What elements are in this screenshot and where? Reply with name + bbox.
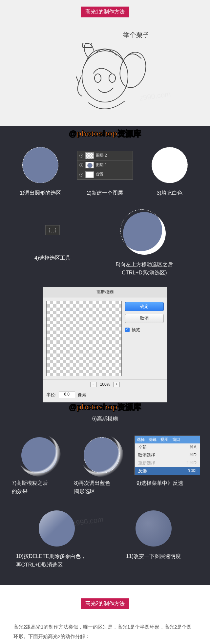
dialog-preview [46,301,122,376]
svg-point-2 [94,74,101,82]
layer-thumb [85,152,94,159]
svg-point-4 [116,49,148,91]
layers-panel[interactable]: 图层 2 图层 1 背景 [77,151,133,180]
layer-label: 图层 2 [96,153,107,158]
blurred-circle [21,437,57,473]
visibility-icon[interactable] [79,163,83,167]
caption-4: 4)选择选区工具 [23,254,82,262]
opacity-circle [136,510,172,547]
dialog-title: 高斯模糊 [43,287,167,297]
caption-8: 8)再次调出蓝色圆形选区 [72,479,131,496]
step-9: 选择 滤镜 视图 窗口 全部⌘A 取消选择⌘D 重新选择⇧⌘D 反选⇧⌘I 9)… [135,436,200,496]
section-2: 高光2的制作方法 高光2跟高光1的制作方法类似，唯一的区别是，高光1是个半圆环形… [0,585,210,644]
zoom-value: 100% [100,382,110,387]
cancel-button[interactable]: 取消 [125,314,164,323]
result-circle [39,510,75,547]
layer-row-1[interactable]: 图层 1 [77,161,133,170]
menu-item-deselect[interactable]: 取消选择⌘D [135,451,200,459]
sketch-text: 举个栗子! [123,31,148,38]
radius-label: 半径: [46,392,56,398]
menu-item-all[interactable]: 全部⌘A [135,443,200,451]
moved-selection [123,212,166,255]
title-badge-1: 高光1的制作方法 [81,7,130,17]
tutorial-dark-section: @photoshop资源库 1)调出圆形的选区 图层 2 [0,126,210,585]
blue-circle-selection [22,147,58,183]
caption-5: 5)向左上方移动选区之后 CTRL+D(取消选区) [102,260,187,277]
preview-checkbox[interactable]: 预览 [125,327,164,333]
caption-3: 3)填充白色 [139,189,200,197]
step-3: 3)填充白色 [139,145,200,197]
visibility-icon[interactable] [79,173,83,177]
step-7: 7)高斯模糊之后的效果 [10,436,69,496]
checkbox-icon[interactable] [125,328,130,332]
caption-6: 6)高斯模糊 [10,416,200,422]
layer-row-2[interactable]: 图层 2 [77,151,133,161]
step-10: 10)按DELETE删除多余白色，再CTRL+D取消选区 [14,509,99,569]
visibility-icon[interactable] [79,154,83,158]
blurred-circle-selection [84,437,120,473]
step-11: 11)改变一下图层透明度 [111,509,196,569]
white-filled-circle [152,147,188,183]
caption-7: 7)高斯模糊之后的效果 [10,479,69,496]
step-4: 4)选择选区工具 [23,210,82,277]
row-steps-10-11: 10)按DELETE删除多余白色，再CTRL+D取消选区 11)改变一下图层透明… [10,509,200,569]
step-8: 8)再次调出蓝色圆形选区 [72,436,131,496]
radius-unit: 像素 [78,392,86,398]
menu-item-reselect: 重新选择⇧⌘D [135,459,200,467]
ok-button[interactable]: 确定 [125,302,164,311]
watermark-top: @photoshop资源库 [10,128,200,139]
menu-item-inverse[interactable]: 反选⇧⌘I [135,467,200,475]
section-2-paragraph: 高光2跟高光1的制作方法类似，唯一的区别是，高光1是个半圆环形，高光2是个圆环形… [11,622,199,641]
row-steps-7-9: z990.com 7)高斯模糊之后的效果 8)再次调出蓝色圆形选区 选择 [10,436,200,496]
menu-header: 选择 滤镜 视图 窗口 [135,436,200,443]
caption-1: 1)调出圆形的选区 [10,189,71,197]
svg-point-3 [109,74,116,82]
gaussian-blur-dialog[interactable]: 高斯模糊 确定 取消 预览 − 100% + 半径: 6.0 [43,287,167,402]
step-5: 5)向左上方移动选区之后 CTRL+D(取消选区) [102,210,187,277]
select-menu[interactable]: 选择 滤镜 视图 窗口 全部⌘A 取消选择⌘D 重新选择⇧⌘D 反选⇧⌘I [135,436,200,475]
layer-thumb [85,171,94,178]
svg-point-0 [82,51,128,102]
caption-10: 10)按DELETE删除多余白色，再CTRL+D取消选区 [14,552,99,569]
radius-input[interactable]: 6.0 [59,392,75,398]
zoom-in-button[interactable]: + [113,382,120,387]
step-2: 图层 2 图层 1 背景 2)新建一个 [74,145,136,197]
layer-thumb [85,162,94,168]
caption-11: 11)改变一下图层透明度 [111,552,196,561]
marquee-tool-icon[interactable] [45,225,60,235]
layer-label: 图层 1 [96,162,107,168]
zoom-out-button[interactable]: − [90,382,97,387]
preview-label: 预览 [132,327,140,333]
row-steps-4-5: z990.com 4)选择选区工具 5)向左上方移动选区之后 CTRL+D(取消… [10,210,200,277]
layer-row-bg[interactable]: 背景 [77,170,133,180]
sketch-illustration: 举个栗子! [62,27,148,116]
caption-2: 2)新建一个图层 [74,189,136,197]
row-steps-1-3: 1)调出圆形的选区 图层 2 图层 1 [10,145,200,197]
caption-9: 9)选择菜单中》反选 [135,479,200,487]
section-1-header: 高光1的制作方法 [0,0,210,126]
watermark-mid: @photoshop资源库 [10,402,200,412]
dialog-zoom-controls: − 100% + [43,379,167,389]
step-1: 1)调出圆形的选区 [10,145,71,197]
title-badge-2: 高光2的制作方法 [81,598,130,609]
layer-label: 背景 [96,172,104,177]
